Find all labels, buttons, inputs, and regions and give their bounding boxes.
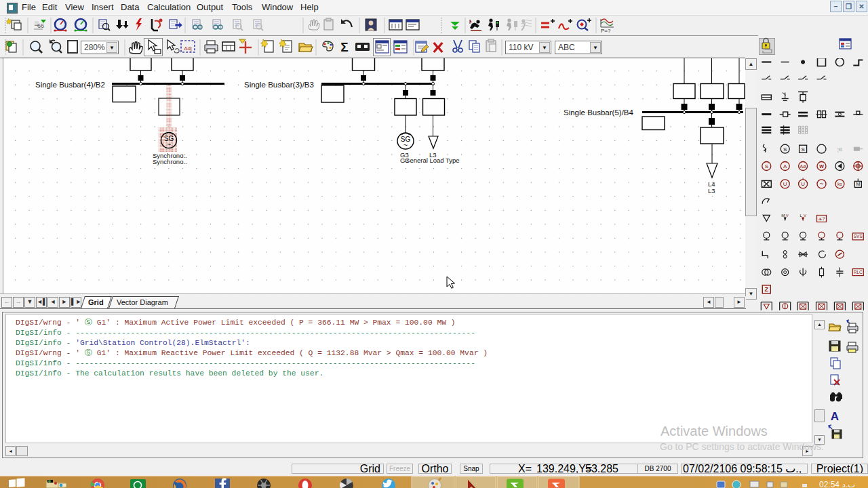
svg-text:Aø: Aø — [800, 164, 807, 169]
svg-text:P=?: P=? — [601, 28, 611, 34]
svg-text:~: ~ — [403, 141, 408, 149]
svg-text:?: ? — [823, 216, 825, 221]
svg-text:General Load Type: General Load Type — [405, 157, 460, 164]
svg-text:ko: ko — [837, 182, 842, 186]
svg-text:¦B: ¦B — [837, 146, 842, 152]
svg-text:A: A — [783, 163, 787, 169]
svg-text:S: S — [783, 146, 787, 152]
svg-text:U: U — [801, 181, 805, 187]
svg-text:A: A — [831, 410, 839, 423]
svg-text:RLC: RLC — [854, 270, 863, 274]
svg-text:M: M — [856, 182, 860, 186]
svg-text:V: V — [804, 214, 806, 218]
svg-text:Single Busbar(3)/B3: Single Busbar(3)/B3 — [244, 81, 314, 89]
svg-text:S: S — [765, 163, 768, 169]
svg-text:02:54 ب.د: 02:54 ب.د — [819, 480, 855, 488]
svg-text:W: W — [819, 164, 824, 169]
svg-text:66: 66 — [37, 22, 44, 29]
svg-text:L: L — [800, 214, 802, 218]
svg-text:V: V — [786, 214, 789, 218]
svg-text:M: M — [781, 214, 785, 218]
svg-text:SVS: SVS — [854, 234, 863, 239]
svg-text:Σ: Σ — [340, 40, 348, 54]
svg-text:Single Busbar(4)/B2: Single Busbar(4)/B2 — [35, 81, 105, 89]
svg-text:U: U — [783, 181, 787, 187]
svg-text:Adj: Adj — [184, 45, 192, 52]
svg-text:Single Busbar(5)/B4: Single Busbar(5)/B4 — [564, 108, 634, 117]
svg-text:~: ~ — [820, 180, 824, 188]
svg-text:S: S — [801, 146, 804, 152]
svg-text:L3: L3 — [708, 187, 715, 195]
svg-text:Synchrono..: Synchrono.. — [153, 158, 187, 165]
svg-text:~: ~ — [167, 140, 171, 148]
svg-text:Z: Z — [765, 286, 769, 293]
